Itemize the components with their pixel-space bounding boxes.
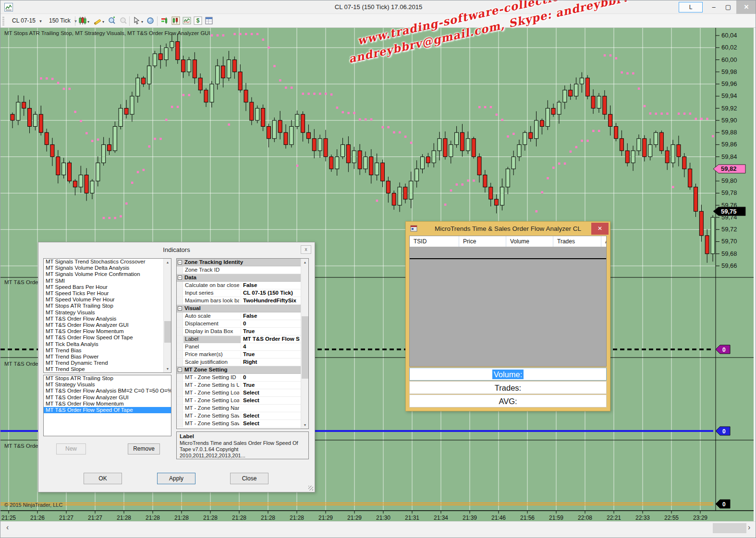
collapse-icon[interactable]: − [178, 368, 182, 372]
indicator-list-item[interactable]: MT Speed Volume Per Hour [44, 297, 171, 303]
indicator-list-item[interactable]: MT T&S Order Flow Analyzer GUI [44, 322, 171, 328]
strategy-button[interactable] [181, 16, 193, 26]
zoom-out-button[interactable] [118, 16, 129, 26]
property-row[interactable]: MT - Zone Setting LoaSelect [177, 397, 308, 405]
property-value[interactable]: Select [241, 390, 300, 395]
property-row[interactable]: Displacement0 [177, 320, 308, 328]
ok-button[interactable]: OK [84, 473, 122, 484]
property-value[interactable]: False [241, 282, 300, 288]
analyzer-table-header[interactable]: TSIDPriceVolumeTradesAv [410, 236, 606, 247]
chevron-down-icon[interactable]: ▾ [141, 20, 143, 24]
available-list-scrollbar[interactable]: ▲ ▼ [163, 259, 171, 372]
close-dialog-button[interactable]: Close [230, 473, 268, 484]
indicator-list-item[interactable]: MT Signals Trend Stochastics Crossover [44, 259, 171, 265]
account-button[interactable]: $ [192, 16, 204, 26]
scrollbar-thumb[interactable] [164, 321, 171, 343]
indicator-list-item[interactable]: MT SMI [44, 278, 171, 284]
property-value[interactable]: True [241, 351, 300, 357]
property-row[interactable]: Price marker(s)True [177, 351, 308, 359]
indicator-list-item[interactable]: MT T&S Order Flow Analysis [44, 316, 171, 322]
property-row[interactable]: MT - Zone Setting SavSelect [177, 412, 308, 420]
maximize-button[interactable]: ▢ [721, 0, 735, 14]
property-row[interactable]: MT - Zone Setting SavSelect [177, 420, 308, 428]
chevron-down-icon[interactable]: ▾ [87, 20, 89, 24]
indicator-list-item[interactable]: MT Speed Ticks Per Hour [44, 290, 171, 297]
property-row[interactable]: Auto scaleFalse [177, 312, 308, 320]
indicator-list-item[interactable]: MT Trend Bias Power [44, 354, 171, 360]
property-value[interactable]: 4 [241, 344, 300, 349]
applied-indicator-item[interactable]: MT Stops ATR Trailing Stop [44, 375, 171, 382]
instrument-link-button[interactable]: L [679, 2, 703, 12]
indicator-list-item[interactable]: MT Trend Dynamic Trend [44, 360, 171, 366]
order-entry-button[interactable] [159, 16, 171, 26]
property-value[interactable]: False [241, 313, 300, 319]
scrollbar-thumb[interactable] [713, 523, 746, 533]
column-header-price[interactable]: Price [459, 236, 506, 247]
apply-button[interactable]: Apply [157, 473, 195, 484]
analyzer-table[interactable]: TSIDPriceVolumeTradesAv [409, 236, 607, 367]
indicator-list-item[interactable]: MT Tick Delta Analyis [44, 341, 171, 347]
property-row[interactable]: Zone Track ID [177, 266, 308, 274]
property-value[interactable]: True [241, 328, 300, 334]
analyzer-close-button[interactable]: ✕ [591, 223, 609, 235]
close-button[interactable]: ✕ [736, 0, 756, 14]
property-row[interactable]: Maximum bars look baTwoHundredFiftySix [177, 297, 308, 305]
resize-grip[interactable] [308, 486, 313, 490]
scroll-left-icon[interactable]: ‹ [6, 523, 9, 532]
property-value[interactable]: 0 [241, 321, 300, 326]
collapse-icon[interactable]: − [178, 260, 182, 264]
analyzer-title-bar[interactable]: MicroTrends Time & Sales Order Flow Anal… [409, 223, 607, 236]
property-value[interactable]: CL 07-15 (150 Tick) [241, 290, 300, 296]
instrument-selector[interactable]: CL 07-15 ▾ [9, 16, 44, 26]
chart-style-button[interactable] [77, 16, 88, 26]
indicator-list-item[interactable]: MT T&S Order Flow Speed Of Tape [44, 335, 171, 341]
applied-indicator-item[interactable]: MT T&S Order Flow Speed Of Tape [44, 407, 171, 413]
property-value[interactable]: TwoHundredFiftySix [241, 298, 300, 303]
stat-row[interactable]: Volume: [409, 368, 607, 381]
stat-row[interactable]: AVG: [409, 395, 607, 407]
scroll-down-icon[interactable]: ▼ [164, 365, 171, 372]
available-indicators-list[interactable]: MT Signals Trend Stochastics CrossoverMT… [43, 258, 171, 373]
stat-row[interactable]: Trades: [409, 381, 607, 394]
property-category[interactable]: −Visual [177, 305, 308, 312]
column-header-volume[interactable]: Volume [506, 236, 553, 247]
property-row[interactable]: MT - Zone Setting ID0 [177, 374, 308, 382]
property-value[interactable]: Select [241, 397, 300, 403]
indicator-list-item[interactable]: MT Stops ATR Trailing Stop [44, 303, 171, 309]
horizontal-scrollbar[interactable]: ‹ › [0, 521, 756, 534]
zoom-in-button[interactable] [106, 16, 118, 26]
indicator-list-item[interactable]: MT Signals Volume Delta Analysis [44, 265, 171, 271]
property-row[interactable]: Calculate on bar closeFalse [177, 282, 308, 289]
minimize-button[interactable]: – [707, 0, 721, 14]
indicator-list-item[interactable]: MT Trend Bias [44, 347, 171, 354]
applied-indicator-item[interactable]: MT Strategy Visuals [44, 382, 171, 388]
applied-indicator-item[interactable]: MT T&S Order Flow Analyzer GUI [44, 395, 171, 401]
column-header-trades[interactable]: Trades [553, 236, 601, 247]
column-header-av[interactable]: Av [601, 236, 607, 247]
scroll-down-icon[interactable]: ▼ [301, 421, 309, 429]
property-value[interactable]: 0 [241, 374, 300, 380]
chevron-down-icon[interactable]: ▾ [102, 20, 104, 24]
indicator-list-item[interactable]: MT T&S Order Flow Momentum [44, 328, 171, 335]
scrollbar-thumb[interactable] [302, 316, 308, 379]
property-row[interactable]: LabelMT T&S Order Flow Sp [177, 335, 308, 343]
indicator-list-item[interactable]: MT Speed Bars Per Hour [44, 284, 171, 290]
property-grid[interactable]: −Zone Tracking IdentityZone Track ID−Dat… [176, 258, 309, 429]
property-value[interactable]: Select [241, 413, 300, 418]
column-header-tsid[interactable]: TSID [410, 236, 459, 247]
property-row[interactable]: MT - Zone Setting Nam [177, 405, 308, 412]
property-category[interactable]: −Data [177, 274, 308, 282]
scroll-right-icon[interactable]: › [748, 523, 750, 532]
dialog-close-icon[interactable]: x [301, 245, 311, 254]
property-row[interactable]: MT - Zone Setting Is UTrue [177, 382, 308, 389]
property-grid-scrollbar[interactable]: ▲ ▼ [301, 259, 308, 429]
chart-trader-button[interactable] [170, 16, 182, 26]
indicator-list-item[interactable]: MT Signals Volume Price Confirmation [44, 271, 171, 277]
applied-indicators-list[interactable]: MT Stops ATR Trailing StopMT Strategy Vi… [43, 375, 171, 436]
data-box-button[interactable] [145, 16, 156, 26]
scroll-up-icon[interactable]: ▲ [164, 259, 171, 266]
property-row[interactable]: Panel4 [177, 343, 308, 351]
property-row[interactable]: Scale justificationRight [177, 359, 308, 366]
property-value[interactable]: Select [241, 420, 300, 426]
new-button[interactable]: New [56, 443, 86, 454]
